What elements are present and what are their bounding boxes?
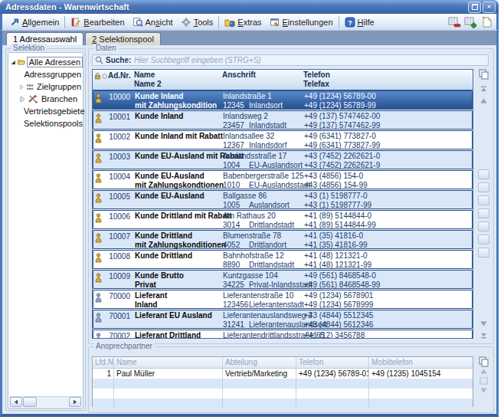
table-row[interactable]: 10001 Kunde Inland Inlandsweg 223457Inla… <box>93 110 473 130</box>
table-row[interactable]: 10002 Kunde Inland mit Rabatt Inlandsall… <box>93 130 473 149</box>
selection-tree: Alle Adressen Adressgruppen Zielgruppen <box>8 52 83 409</box>
lock-icon <box>94 72 101 80</box>
table-row[interactable]: 10003 Kunde EU-Ausland mit Rabatt Auslan… <box>93 150 473 169</box>
tree-item-vertriebsgebiete[interactable]: Vertriebsgebiete <box>19 105 83 117</box>
tree-item-branchen[interactable]: Branchen <box>19 93 83 105</box>
copy-icon[interactable] <box>479 69 489 80</box>
customer-icon <box>95 253 102 263</box>
table-row[interactable]: 10009 Kunde BruttoPrivat Kuntzgasse 1043… <box>93 270 473 289</box>
scrollbar-thumb[interactable] <box>23 397 37 407</box>
table-row[interactable]: 10006 Kunde Drittland mit Rabatt Am Rath… <box>93 210 473 229</box>
folder-open-icon <box>18 57 25 67</box>
contacts-table: Lfd.Nr. Name Abteilung Telefon Mobiltele… <box>92 356 473 407</box>
table-side-toolbar <box>476 69 490 339</box>
contact-row-empty[interactable] <box>93 379 473 389</box>
edit-icon <box>70 17 81 28</box>
side-tool-icon[interactable] <box>478 169 489 179</box>
tree-item-label: Vertriebsgebiete <box>22 107 87 116</box>
tree-item-adressgruppen[interactable]: Adressgruppen <box>19 68 83 80</box>
scroll-bottom-icon[interactable] <box>480 333 487 339</box>
arrow-up-right-icon <box>9 17 20 28</box>
column-adnr: Ad.Nr. <box>108 70 129 90</box>
restore-icon <box>472 4 478 10</box>
search-bar[interactable]: Suche: <box>92 54 489 66</box>
tree-root-alle-adressen[interactable]: Alle Adressen <box>11 56 83 68</box>
table-row[interactable]: 10004 Kunde EU-Auslandmit Zahlungskondti… <box>93 170 473 189</box>
supplier-icon <box>95 333 102 339</box>
menu-ansicht[interactable]: Ansicht <box>129 15 177 29</box>
search-input[interactable] <box>134 56 488 64</box>
tree-horizontal-scrollbar[interactable] <box>9 396 82 407</box>
contact-row-empty[interactable] <box>93 399 473 409</box>
side-tool-icon[interactable] <box>478 248 489 258</box>
tree-item-selektionspools[interactable]: Selektionspools <box>19 117 83 130</box>
column-anschrift: Anschrift <box>222 70 303 90</box>
collapsed-arrow-icon <box>19 96 26 103</box>
table-row[interactable]: 10007 Kunde Drittlandmit Zahlungskonditi… <box>93 230 473 249</box>
side-tool-icon[interactable] <box>478 221 489 231</box>
view-icon <box>133 17 143 28</box>
status-dot-icon <box>102 74 107 79</box>
selektion-legend: Selektion <box>11 44 47 52</box>
side-tool-icon[interactable] <box>478 195 489 205</box>
menu-hilfe[interactable]: ? Hilfe <box>341 15 378 29</box>
table-row[interactable]: 70000 LieferantInland Lieferantenstraße … <box>93 290 473 309</box>
menu-bearbeiten[interactable]: Bearbeiten <box>67 15 128 29</box>
selektion-group: Selektion Alle Adressen Adressgruppen <box>5 48 86 411</box>
address-table-header[interactable]: Ad.Nr. NameName 2 Anschrift TelefonTelef… <box>93 70 473 90</box>
tree-item-label: Adressgruppen <box>22 70 83 79</box>
scroll-down-icon[interactable] <box>480 388 487 393</box>
table-insert-icon[interactable] <box>464 16 477 28</box>
scroll-right-button[interactable] <box>69 397 81 407</box>
scroll-left-button[interactable] <box>10 397 22 407</box>
title-bar: Adressdaten - Warenwirtschaft × <box>0 0 499 14</box>
menu-einstellungen[interactable]: Einstellungen <box>266 15 337 29</box>
contact-row[interactable]: 1 Paul Müller Vertrieb/Marketing +49 (12… <box>93 369 473 379</box>
svg-text:?: ? <box>348 18 352 26</box>
new-document-icon[interactable] <box>480 16 493 28</box>
search-label: Suche: <box>106 56 131 64</box>
menu-tools[interactable]: Tools <box>177 15 218 29</box>
scroll-left-icon <box>14 399 18 405</box>
menu-extras[interactable]: Extras <box>221 15 265 29</box>
table-row[interactable]: 70002 Lieferant Drittland Lieferantendri… <box>93 330 473 339</box>
record-indicator-icon[interactable] <box>479 377 488 385</box>
menu-label: Bearbeiten <box>83 18 124 27</box>
side-tool-icon[interactable] <box>478 182 489 192</box>
settings-icon <box>270 17 280 28</box>
menu-bar: Allgemein Bearbeiten Ansicht Tools Extra… <box>0 14 499 31</box>
menu-allgemein[interactable]: Allgemein <box>5 15 63 29</box>
client-area: Selektion Alle Adressen Adressgruppen <box>0 45 499 417</box>
contact-row-empty[interactable] <box>93 389 473 399</box>
daten-legend: Daten <box>93 44 119 52</box>
industries-icon <box>28 94 38 103</box>
column-name: Name <box>114 357 223 368</box>
side-tool-icon[interactable] <box>478 208 489 218</box>
customer-icon <box>95 193 102 203</box>
table-row[interactable]: 10008 Kunde Drittland Bahnhofstraße 1288… <box>93 250 473 269</box>
copy-icon[interactable] <box>479 356 489 367</box>
scroll-up-icon[interactable] <box>480 98 487 103</box>
close-button[interactable]: × <box>483 2 496 13</box>
table-row[interactable]: 10000 Kunde Inlandmit Zahlungskondition … <box>93 90 473 110</box>
column-lfdnr: Lfd.Nr. <box>93 357 114 368</box>
collapsed-arrow-icon <box>19 84 25 90</box>
customer-icon <box>95 213 102 223</box>
scroll-top-icon[interactable] <box>480 86 487 92</box>
column-telefon: TelefonTelefax <box>303 70 473 90</box>
supplier-icon <box>95 293 102 303</box>
menu-label: Einstellungen <box>283 18 333 27</box>
table-row[interactable]: 70001 Lieferant EU Ausland Lieferantenau… <box>93 310 473 329</box>
scroll-up-icon[interactable] <box>480 369 487 374</box>
menu-label: Allgemein <box>22 18 59 27</box>
tree-item-zielgruppen[interactable]: Zielgruppen <box>19 80 83 93</box>
customer-icon <box>95 94 102 103</box>
column-abteilung: Abteilung <box>223 357 296 368</box>
window-title: Adressdaten - Warenwirtschaft <box>5 2 466 11</box>
restore-button[interactable] <box>468 2 481 13</box>
table-row[interactable]: 10005 Kunde EU-Ausland Ballgasse 861005A… <box>93 190 473 209</box>
table-delete-icon[interactable] <box>448 16 461 28</box>
contacts-table-header[interactable]: Lfd.Nr. Name Abteilung Telefon Mobiltele… <box>93 357 473 369</box>
side-tool-icon[interactable] <box>478 235 489 244</box>
scroll-down-icon[interactable] <box>480 321 487 326</box>
